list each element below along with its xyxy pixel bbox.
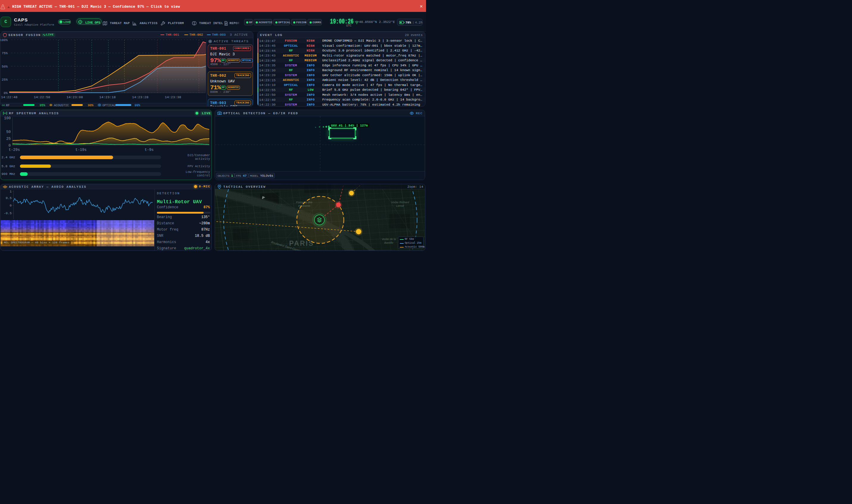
- svg-text:0%: 0%: [4, 91, 8, 95]
- svg-text:14:23:28: 14:23:28: [132, 95, 148, 99]
- svg-text:0: 0: [8, 144, 11, 148]
- svg-text:t-29s: t-29s: [8, 148, 20, 152]
- svg-text:0.5: 0.5: [6, 196, 12, 200]
- svg-text:25%: 25%: [2, 78, 8, 82]
- svg-text:1: 1: [10, 190, 12, 193]
- svg-text:50: 50: [6, 130, 11, 134]
- svg-text:100: 100: [4, 116, 11, 121]
- svg-text:100%: 100%: [1, 38, 8, 42]
- svg-text:t-19s: t-19s: [75, 148, 87, 152]
- svg-text:14:22:58: 14:22:58: [34, 95, 50, 99]
- svg-text:14:23:08: 14:23:08: [66, 95, 83, 99]
- svg-text:0: 0: [10, 204, 12, 208]
- svg-text:t-9s: t-9s: [145, 148, 154, 152]
- svg-text:14:23:18: 14:23:18: [99, 95, 116, 99]
- svg-text:14:23:38: 14:23:38: [165, 95, 181, 99]
- svg-text:25: 25: [6, 137, 11, 141]
- svg-text:-0.5: -0.5: [4, 211, 12, 215]
- svg-text:75%: 75%: [2, 52, 8, 55]
- svg-text:14:22:48: 14:22:48: [1, 95, 17, 99]
- svg-text:50%: 50%: [2, 65, 8, 68]
